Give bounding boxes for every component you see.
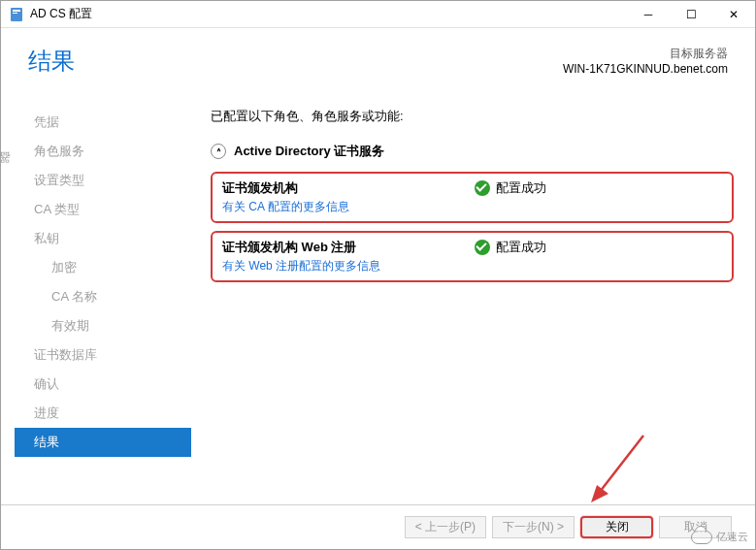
footer: < 上一步(P) 下一步(N) > 关闭 取消 — [1, 504, 755, 549]
cloud-icon — [691, 531, 712, 544]
sidebar-item-credentials: 凭据 — [15, 108, 191, 137]
maximize-button[interactable]: ☐ — [670, 1, 712, 28]
more-info-link[interactable]: 有关 Web 注册配置的更多信息 — [222, 258, 722, 275]
result-title: 证书颁发机构 Web 注册 — [222, 239, 475, 256]
sidebar-item-results[interactable]: 结果 — [15, 428, 191, 457]
sidebar-item-ca-type: CA 类型 — [15, 195, 191, 224]
sidebar-item-progress: 进度 — [15, 399, 191, 428]
sidebar-item-cryptography: 加密 — [15, 253, 191, 282]
content-intro: 已配置以下角色、角色服务或功能: — [211, 108, 734, 125]
target-server-info: 目标服务器 WIN-1K71GKINNUD.benet.com — [563, 46, 728, 76]
sidebar-item-cert-database: 证书数据库 — [15, 340, 191, 370]
status-text: 配置成功 — [496, 239, 546, 256]
section-title: Active Directory 证书服务 — [234, 143, 384, 160]
watermark-text: 亿速云 — [716, 530, 748, 544]
prev-button: < 上一步(P) — [405, 516, 486, 538]
titlebar: AD CS 配置 ─ ☐ ✕ — [1, 1, 755, 28]
result-box-ca: 证书颁发机构 配置成功 有关 CA 配置的更多信息 — [211, 172, 734, 223]
status-badge: 配置成功 — [475, 239, 546, 256]
status-badge: 配置成功 — [475, 179, 546, 197]
status-text: 配置成功 — [496, 179, 546, 197]
window-title: AD CS 配置 — [30, 6, 627, 22]
more-info-link[interactable]: 有关 CA 配置的更多信息 — [222, 199, 722, 215]
section-header[interactable]: Active Directory 证书服务 — [211, 143, 734, 160]
content-pane: 已配置以下角色、角色服务或功能: Active Directory 证书服务 证… — [191, 86, 741, 504]
minimize-button[interactable]: ─ — [627, 1, 670, 28]
sidebar-item-ca-name: CA 名称 — [15, 282, 191, 311]
watermark: 亿速云 — [691, 530, 748, 544]
sidebar-item-private-key: 私钥 — [15, 224, 191, 253]
svg-rect-1 — [13, 10, 20, 12]
window-controls: ─ ☐ ✕ — [627, 1, 755, 28]
result-box-web-enroll: 证书颁发机构 Web 注册 配置成功 有关 Web 注册配置的更多信息 — [211, 231, 734, 282]
page-title: 结果 — [28, 46, 75, 77]
close-button[interactable]: 关闭 — [580, 516, 653, 538]
sidebar-item-role-services: 角色服务 — [15, 137, 191, 166]
next-button: 下一步(N) > — [492, 516, 575, 538]
result-title: 证书颁发机构 — [222, 179, 475, 197]
sidebar-item-setup-type: 设置类型 — [15, 166, 191, 195]
sidebar-item-confirm: 确认 — [15, 370, 191, 399]
check-icon — [475, 180, 490, 196]
chevron-up-icon — [211, 144, 226, 159]
target-server-name: WIN-1K71GKINNUD.benet.com — [563, 62, 728, 76]
target-server-label: 目标服务器 — [563, 46, 728, 62]
close-window-button[interactable]: ✕ — [712, 1, 755, 28]
sidebar-item-validity: 有效期 — [15, 311, 191, 340]
check-icon — [475, 240, 490, 255]
app-icon — [9, 7, 24, 22]
wizard-sidebar: 凭据 角色服务 设置类型 CA 类型 私钥 加密 CA 名称 有效期 证书数据库… — [15, 86, 191, 504]
page-header: 结果 目标服务器 WIN-1K71GKINNUD.benet.com — [1, 28, 755, 86]
svg-rect-2 — [13, 13, 17, 14]
